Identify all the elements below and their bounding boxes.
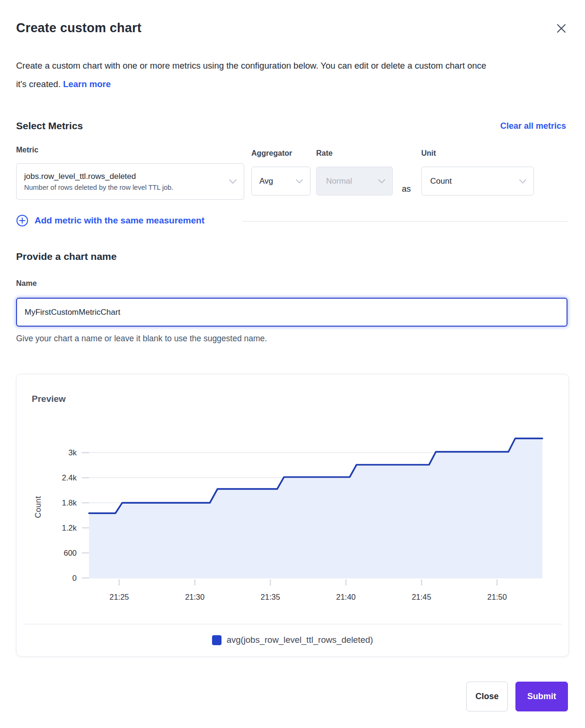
add-metric-label: Add metric with the same measurement: [35, 215, 204, 226]
y-axis-label: Count: [34, 496, 42, 518]
y-tick-label: 1.2k: [62, 524, 77, 532]
preview-chart: 06001.2k1.8k2.4k3k21:2521:3021:3521:4021…: [89, 436, 542, 578]
rate-select: Normal: [316, 167, 393, 195]
aggregator-select-value: Avg: [259, 177, 273, 186]
chart-legend: avg(jobs_row_level_ttl_rows_deleted): [17, 635, 568, 645]
rate-select-value: Normal: [326, 177, 352, 186]
metric-select-value: jobs.row_level_ttl.rows_deleted: [24, 172, 136, 181]
chart-name-input[interactable]: [16, 298, 567, 327]
aggregator-select[interactable]: Avg: [251, 167, 310, 195]
y-tick-label: 2.4k: [62, 473, 77, 482]
x-tick-label: 21:25: [109, 593, 129, 601]
description-line1: Create a custom chart with one or more m…: [16, 61, 486, 71]
divider: [23, 624, 562, 624]
add-metric-button[interactable]: Add metric with the same measurement: [16, 214, 204, 227]
legend-swatch: [212, 635, 222, 645]
clear-all-metrics-link[interactable]: Clear all metrics: [500, 121, 566, 131]
metric-label: Metric: [16, 146, 38, 154]
rate-label: Rate: [316, 149, 333, 158]
unit-select[interactable]: Count: [421, 167, 534, 195]
chevron-down-icon: [295, 177, 303, 186]
learn-more-link[interactable]: Learn more: [63, 79, 111, 89]
y-tick-label: 1.8k: [62, 498, 77, 507]
dialog-description: Create a custom chart with one or more m…: [16, 56, 563, 93]
metric-select-description: Number of rows deleted by the row level …: [24, 184, 173, 191]
metric-select[interactable]: jobs.row_level_ttl.rows_deleted Number o…: [16, 163, 244, 200]
legend-label: avg(jobs_row_level_ttl_rows_deleted): [227, 635, 373, 645]
circle-plus-icon: [16, 214, 28, 227]
x-tick-label: 21:40: [336, 593, 355, 601]
dialog-title: Create custom chart: [16, 21, 142, 36]
divider: [242, 221, 568, 222]
chevron-down-icon: [229, 178, 237, 186]
x-tick-label: 21:35: [261, 593, 280, 601]
preview-chart-area: 06001.2k1.8k2.4k3k21:2521:3021:3521:4021…: [89, 436, 542, 578]
name-helper-text: Give your chart a name or leave it blank…: [16, 334, 267, 344]
unit-label: Unit: [421, 149, 436, 158]
y-tick-label: 0: [72, 574, 77, 582]
create-custom-chart-dialog: Create custom chart Create a custom char…: [0, 0, 585, 728]
y-tick-label: 3k: [69, 448, 77, 457]
preview-heading: Preview: [32, 394, 66, 404]
x-tick-label: 21:30: [185, 593, 204, 601]
as-label: as: [402, 184, 411, 194]
chart-name-heading: Provide a chart name: [16, 251, 116, 262]
aggregator-label: Aggregator: [251, 149, 292, 158]
x-tick-label: 21:50: [488, 593, 507, 601]
chevron-down-icon: [378, 177, 386, 186]
close-button[interactable]: Close: [466, 682, 508, 711]
preview-card: Preview 06001.2k1.8k2.4k3k21:2521:3021:3…: [16, 374, 569, 657]
y-tick-label: 600: [63, 549, 77, 557]
area-fill: [89, 438, 542, 578]
submit-button[interactable]: Submit: [515, 682, 568, 711]
unit-select-value: Count: [430, 177, 452, 186]
name-label: Name: [16, 279, 37, 288]
chevron-down-icon: [519, 177, 527, 186]
close-icon[interactable]: [556, 22, 569, 35]
select-metrics-heading: Select Metrics: [16, 120, 83, 132]
x-tick-label: 21:45: [412, 593, 431, 601]
description-line2: it's created.: [16, 79, 61, 89]
